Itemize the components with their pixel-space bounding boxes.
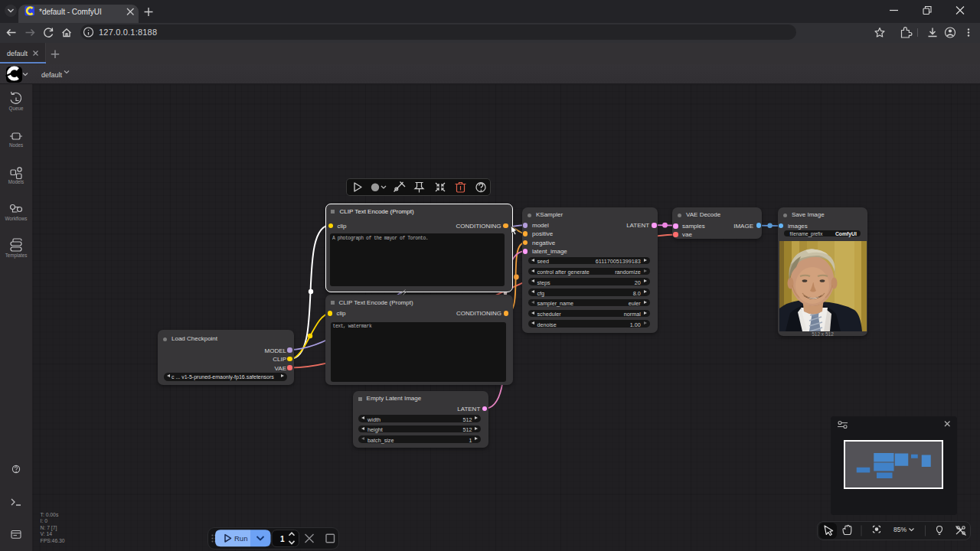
svg-text:Workflows: Workflows bbox=[5, 216, 28, 221]
svg-text:Templates: Templates bbox=[5, 253, 28, 259]
svg-text:Run: Run bbox=[234, 534, 247, 543]
svg-text:Queue: Queue bbox=[9, 106, 24, 112]
svg-text:85%: 85% bbox=[893, 526, 906, 533]
svg-text:1: 1 bbox=[280, 535, 285, 543]
svg-text:Nodes: Nodes bbox=[9, 142, 23, 148]
svg-text:Models: Models bbox=[8, 179, 24, 184]
